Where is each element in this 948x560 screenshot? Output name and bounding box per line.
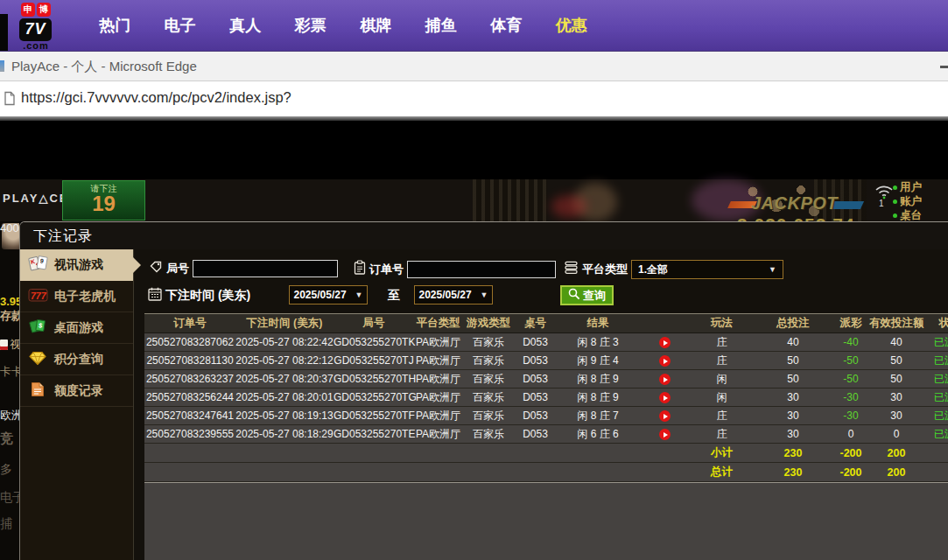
cell-game-type: 百家乐: [462, 409, 515, 424]
sidebar-item-label: 额度记录: [54, 383, 103, 399]
table-row: 250527083287062 2025-05-27 08:22:42 GD05…: [144, 333, 948, 352]
wifi-icon: [874, 183, 895, 203]
platform-type-value: 1.全部: [638, 262, 668, 277]
cell-table-no: D053: [515, 373, 556, 385]
cell-game-type: 百家乐: [462, 335, 515, 350]
table-row: 250527083256244 2025-05-27 08:20:01 GD05…: [144, 388, 948, 407]
round-no-input[interactable]: [193, 260, 338, 277]
sidebar-item-label: 积分查询: [54, 352, 103, 368]
cell-play-type: 闲: [690, 390, 754, 405]
banner-side-menu: 用户 账户 桌台: [893, 180, 948, 222]
cell-status: 已派彩: [923, 354, 948, 368]
slot-777-icon: 777: [27, 288, 48, 305]
col-table-no: 桌号: [515, 316, 556, 331]
address-url[interactable]: https://gci.7vvvvvv.com/pc/pcv2/index.js…: [21, 89, 291, 106]
clipped-text-fragment: 竞: [0, 430, 13, 447]
col-valid-bet: 有效投注额: [869, 316, 923, 331]
grand-total-row: 总计 230 -200 200: [144, 463, 948, 482]
col-order-no: 订单号: [144, 316, 235, 331]
cell-total-bet: 40: [754, 336, 832, 348]
side-label-account[interactable]: 账户: [900, 194, 922, 209]
browser-titlebar: PlayAce - 个人 - Microsoft Edge: [0, 51, 948, 81]
cell-round-no: GD053255270TJ: [334, 354, 414, 367]
cell-round-no: GD053255270TE: [334, 428, 414, 440]
cell-order-no: 250527083263237: [144, 373, 235, 385]
date-to-select[interactable]: 2025/05/27 ▼: [414, 285, 493, 304]
status-dot: [893, 200, 897, 204]
cell-platform: PA欧洲厅: [414, 427, 462, 442]
replay-video-button[interactable]: [659, 410, 671, 422]
search-button[interactable]: 查询: [560, 285, 614, 305]
chevron-down-icon: ▼: [350, 290, 363, 299]
cell-round-no: GD053255270TK: [334, 336, 414, 348]
subtotal-payout: -200: [832, 447, 869, 459]
date-to-value: 2025/05/27: [419, 289, 472, 301]
cell-payout: -30: [832, 410, 869, 422]
sidebar-item-table-games[interactable]: $ 桌面游戏: [20, 312, 133, 344]
cell-order-no: 250527083256244: [144, 391, 235, 403]
nav-item-sports[interactable]: 体育: [474, 15, 539, 36]
replay-video-button[interactable]: [659, 429, 671, 440]
replay-video-button[interactable]: [659, 337, 671, 348]
sidebar-item-points[interactable]: 积分查询: [20, 344, 133, 375]
replay-video-button[interactable]: [659, 392, 671, 403]
clipped-text-fragment: 4003: [0, 221, 19, 234]
banner-blob: [551, 195, 586, 218]
urlbar-divider: [0, 116, 948, 121]
ledger-icon: [27, 382, 48, 400]
nav-item-lottery[interactable]: 彩票: [278, 15, 344, 36]
window-title: PlayAce - 个人 - Microsoft Edge: [11, 59, 197, 75]
clipped-left-sidebar: 40033.95存款视卡卡欧洲竞多电子捕: [0, 221, 19, 560]
clipped-text-fragment: 捕: [0, 516, 12, 532]
date-from-select[interactable]: 2025/05/27 ▼: [289, 285, 368, 304]
cell-valid-bet: 30: [869, 410, 923, 422]
nav-item-chess[interactable]: 棋牌: [343, 15, 409, 36]
cell-play-type: 庄: [690, 335, 754, 350]
sidebar-item-quota-records[interactable]: 额度记录: [20, 375, 133, 407]
bet-time-label: 下注时间 (美东): [165, 288, 250, 304]
cell-status: 已派彩: [923, 335, 948, 350]
cell-status: 已派彩: [923, 427, 948, 442]
nav-menu: 热门 电子 真人 彩票 棋牌 捕鱼 体育 优惠: [82, 0, 604, 51]
nav-item-live[interactable]: 真人: [213, 15, 278, 36]
grand-total-label: 总计: [690, 465, 754, 480]
browser-urlbar[interactable]: https://gci.7vvvvvv.com/pc/pcv2/index.js…: [0, 81, 948, 116]
cell-payout: -40: [832, 336, 869, 348]
cell-platform: PA欧洲厅: [414, 335, 462, 350]
platform-type-select[interactable]: 1.全部 ▼: [631, 260, 783, 279]
nav-item-hot[interactable]: 热门: [82, 15, 148, 36]
casino-banner: PLAY△CE 请下注 19 JACKPOT 3,030,052.74 1 用户…: [0, 179, 948, 221]
side-label-table[interactable]: 桌台: [900, 208, 922, 223]
diamond-icon: [27, 351, 48, 368]
col-play-type: 玩法: [690, 316, 754, 331]
subtotal-label: 小计: [690, 445, 754, 460]
table-header-row: 订单号 下注时间 (美东) 局号 平台类型 游戏类型 桌号 结果 玩法 总投注 …: [144, 313, 948, 333]
cell-order-no: 250527083247641: [144, 410, 235, 422]
cell-game-type: 百家乐: [462, 372, 515, 387]
site-logo[interactable]: 申 博 7V .com: [19, 3, 53, 51]
nav-item-fishing[interactable]: 捕鱼: [409, 15, 474, 36]
panel-title: 下注记录: [20, 222, 948, 249]
cell-game-type: 百家乐: [462, 390, 515, 405]
replay-video-button[interactable]: [659, 374, 671, 385]
grand-total-valid-bet: 200: [869, 466, 923, 479]
bet-records-panel: 下注记录 K9 视讯游戏 777 电子老虎机 $ 桌面游戏: [19, 221, 948, 560]
side-label-user[interactable]: 用户: [900, 180, 922, 195]
sidebar-item-slots[interactable]: 777 电子老虎机: [20, 281, 133, 312]
replay-video-button[interactable]: [659, 355, 671, 367]
banner-stripes: [473, 179, 547, 221]
logo-name: 7V: [19, 18, 52, 41]
cell-status: 已派彩: [923, 372, 948, 387]
cell-result: 闲 6 庄 6: [556, 427, 640, 442]
cell-table-no: D053: [515, 428, 556, 440]
nav-item-promo[interactable]: 优惠: [539, 15, 605, 36]
cell-total-bet: 30: [754, 410, 832, 422]
order-no-input[interactable]: [407, 261, 556, 278]
minimize-button[interactable]: [940, 66, 948, 68]
cell-game-type: 百家乐: [462, 427, 515, 442]
sidebar-item-video-games[interactable]: K9 视讯游戏: [20, 249, 133, 281]
logo-tld: .com: [19, 40, 53, 51]
nav-item-slots[interactable]: 电子: [148, 15, 214, 36]
subtotal-valid-bet: 200: [869, 447, 923, 459]
cards-icon: K9: [27, 255, 48, 275]
